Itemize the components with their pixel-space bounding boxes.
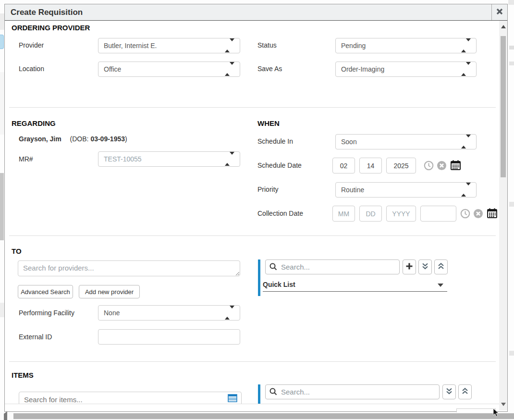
items-collapse-all-button[interactable]	[458, 384, 472, 399]
save-as-select[interactable]: Order-Imaging	[335, 62, 477, 77]
calendar-icon	[450, 165, 461, 172]
items-panel-search-input[interactable]	[265, 384, 440, 399]
schedule-in-label: Schedule In	[257, 137, 293, 145]
provider-label: Provider	[19, 41, 44, 49]
to-heading: TO	[12, 247, 22, 255]
to-panel-search-input[interactable]	[265, 259, 400, 274]
regarding-heading: REGARDING	[12, 119, 56, 127]
status-label: Status	[257, 41, 277, 49]
background-button-fragment	[0, 35, 4, 49]
item-search-clip	[19, 392, 242, 404]
collection-day-input[interactable]	[359, 206, 382, 222]
background-page-fragment	[0, 72, 4, 135]
chevron-double-up-icon	[437, 262, 445, 272]
select-caret-icon	[461, 65, 471, 74]
plus-icon	[405, 262, 413, 272]
location-select-value: Office	[104, 65, 121, 73]
scroll-left-arrow[interactable]	[4, 414, 7, 420]
schedule-year-input[interactable]	[386, 158, 416, 173]
schedule-month-input[interactable]	[332, 158, 355, 173]
collection-time-button[interactable]	[460, 209, 470, 219]
mr-select[interactable]: TEST-10055	[98, 151, 240, 167]
dialog-title: Create Requisition	[11, 8, 83, 17]
collection-calendar-button[interactable]	[487, 208, 498, 219]
schedule-time-button[interactable]	[424, 161, 434, 171]
collection-time-input[interactable]	[420, 206, 456, 222]
background-page-fragment	[0, 13, 4, 30]
schedule-day-input[interactable]	[359, 158, 382, 173]
table-icon	[228, 396, 237, 404]
patient-line: Grayson, Jim (DOB: 03-09-1953)	[19, 135, 127, 143]
background-page-fragment	[509, 46, 514, 49]
status-select-value: Pending	[341, 42, 366, 49]
quick-list-label: Quick List	[263, 281, 295, 288]
close-icon	[496, 8, 503, 17]
provider-select[interactable]: Butler, Internist E.	[98, 38, 240, 53]
expand-all-button[interactable]	[418, 259, 432, 274]
footer-divider	[5, 404, 499, 404]
background-scrollbar-fragment	[0, 173, 4, 240]
dialog-header: Create Requisition	[5, 4, 507, 21]
collection-date-label: Collection Date	[257, 210, 303, 217]
when-heading: WHEN	[257, 119, 280, 127]
background-page-fragment	[0, 303, 4, 317]
background-page-fragment	[509, 351, 514, 356]
status-select[interactable]: Pending	[335, 38, 477, 53]
caret-down-icon	[438, 284, 443, 287]
chevron-double-down-icon	[445, 387, 453, 396]
items-expand-all-button[interactable]	[442, 384, 456, 399]
collection-month-input[interactable]	[332, 206, 355, 222]
external-id-label: External ID	[19, 333, 52, 341]
close-button[interactable]	[491, 4, 507, 20]
dialog-body: ORDERING PROVIDER Provider Butler, Inter…	[5, 21, 507, 411]
schedule-calendar-button[interactable]	[450, 160, 461, 171]
dialog-vertical-scrollbar[interactable]	[499, 21, 507, 410]
save-as-label: Save As	[257, 65, 282, 73]
quick-list-header[interactable]: Quick List	[263, 280, 447, 292]
performing-facility-label: Performing Facility	[19, 309, 74, 317]
scroll-up-arrow[interactable]	[499, 23, 507, 31]
items-heading: ITEMS	[12, 371, 34, 379]
scroll-down-arrow[interactable]	[499, 400, 507, 408]
ordering-provider-heading: ORDERING PROVIDER	[12, 24, 90, 32]
item-search-input[interactable]	[19, 392, 242, 404]
clock-icon	[460, 213, 470, 220]
background-page-fragment	[509, 202, 514, 207]
collection-year-input[interactable]	[386, 206, 416, 222]
horizontal-scroll-thumb[interactable]	[13, 413, 514, 419]
chevron-double-down-icon	[421, 262, 429, 272]
collapse-all-button[interactable]	[434, 259, 448, 274]
schedule-in-select[interactable]: Soon	[335, 134, 477, 149]
performing-facility-select[interactable]: None	[98, 305, 240, 321]
quick-list-accent-bar	[258, 259, 260, 296]
section-divider	[9, 361, 496, 362]
to-panel-search	[265, 259, 400, 274]
mr-label: MR#	[19, 155, 33, 163]
item-browse-button[interactable]	[228, 394, 237, 402]
advanced-search-button[interactable]: Advanced Search	[18, 285, 73, 298]
background-page-fragment	[508, 0, 514, 5]
add-new-provider-button[interactable]: Add new provider	[79, 285, 140, 298]
vertical-scroll-thumb[interactable]	[501, 36, 506, 177]
items-accent-bar	[258, 384, 260, 404]
section-divider	[9, 235, 496, 236]
schedule-clear-button[interactable]	[437, 161, 447, 171]
save-as-select-value: Order-Imaging	[341, 65, 384, 73]
add-to-list-button[interactable]	[403, 259, 416, 274]
page: Create Requisition ORDERING PROVIDER Pro…	[0, 0, 514, 420]
page-horizontal-scrollbar[interactable]	[0, 412, 514, 420]
items-panel-search	[265, 384, 440, 399]
external-id-input[interactable]	[98, 329, 240, 345]
priority-select[interactable]: Routine	[335, 182, 477, 198]
collection-clear-button[interactable]	[473, 209, 483, 219]
patient-dob: (DOB: 03-09-1953)	[70, 135, 127, 143]
performing-facility-select-value: None	[104, 309, 120, 317]
provider-select-value: Butler, Internist E.	[104, 42, 157, 49]
clock-icon	[424, 165, 434, 172]
clear-circle-icon	[473, 213, 483, 220]
clear-circle-icon	[437, 165, 447, 172]
section-divider	[9, 107, 496, 108]
provider-search-textarea[interactable]	[18, 260, 240, 276]
location-select[interactable]: Office	[98, 62, 240, 77]
priority-select-value: Routine	[341, 186, 364, 194]
